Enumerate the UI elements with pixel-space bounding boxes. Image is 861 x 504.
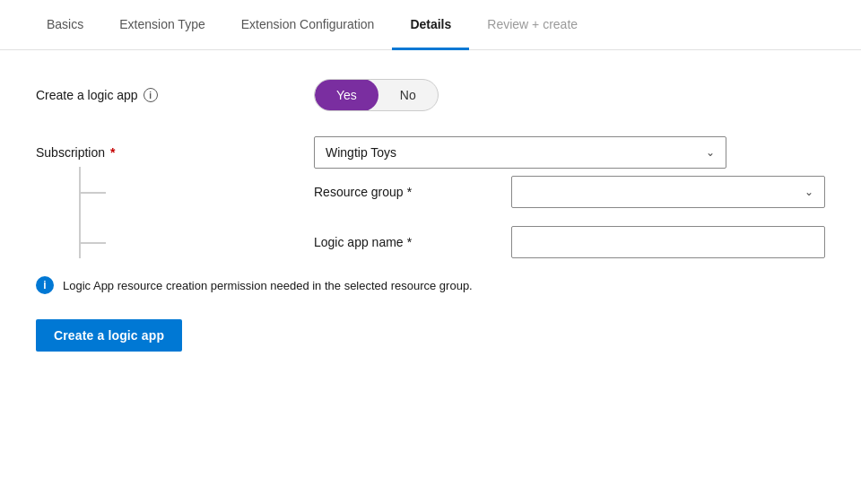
toggle-no[interactable]: No (378, 79, 438, 111)
tab-extension-configuration[interactable]: Extension Configuration (223, 1, 393, 50)
logic-app-label-text: Create a logic app (36, 88, 138, 102)
tab-details[interactable]: Details (392, 1, 469, 50)
resource-group-label-text: Resource group (314, 185, 404, 199)
toggle-yes[interactable]: Yes (315, 79, 378, 111)
tab-extension-type[interactable]: Extension Type (101, 1, 222, 50)
subscription-label-text: Subscription (36, 145, 105, 160)
tab-review-create[interactable]: Review + create (469, 1, 596, 50)
logic-app-info-icon[interactable]: i (144, 88, 158, 102)
subscription-required-star: * (110, 145, 115, 160)
yes-no-toggle[interactable]: Yes No (314, 79, 439, 111)
subscription-label: Subscription * (36, 145, 314, 160)
indented-fields-container: Resource group * ⌄ Logic app name * (314, 176, 825, 258)
subscription-value: Wingtip Toys (326, 145, 396, 160)
info-message-text: Logic App resource creation permission n… (63, 279, 473, 292)
logic-app-name-label-text: Logic app name (314, 235, 404, 249)
logic-app-name-input[interactable] (511, 226, 825, 258)
subscription-row: Subscription * Wingtip Toys ⌄ (36, 136, 825, 169)
logic-app-name-row: Logic app name * (314, 226, 825, 258)
logic-app-name-label: Logic app name * (314, 235, 511, 249)
h-line-resource (79, 192, 106, 194)
logic-app-name-required-star: * (407, 235, 412, 249)
logic-app-label: Create a logic app i (36, 88, 314, 102)
info-message-icon: i (36, 276, 54, 294)
info-message: i Logic App resource creation permission… (36, 276, 825, 294)
resource-group-required-star: * (407, 185, 412, 199)
h-line-logicapp (79, 242, 106, 244)
resource-group-label: Resource group * (314, 185, 511, 199)
nav-tabs: Basics Extension Type Extension Configur… (0, 0, 861, 50)
vertical-line (79, 167, 81, 258)
resource-group-row: Resource group * ⌄ (314, 176, 825, 208)
create-logic-app-button[interactable]: Create a logic app (36, 319, 182, 352)
resource-group-dropdown[interactable]: ⌄ (511, 176, 825, 208)
tab-basics[interactable]: Basics (29, 1, 101, 50)
subscription-chevron-icon: ⌄ (706, 146, 715, 159)
resource-group-chevron-icon: ⌄ (804, 186, 813, 198)
subscription-dropdown[interactable]: Wingtip Toys ⌄ (314, 136, 726, 169)
main-content: Create a logic app i Yes No Subscription… (0, 50, 861, 380)
logic-app-toggle-row: Create a logic app i Yes No (36, 79, 825, 111)
